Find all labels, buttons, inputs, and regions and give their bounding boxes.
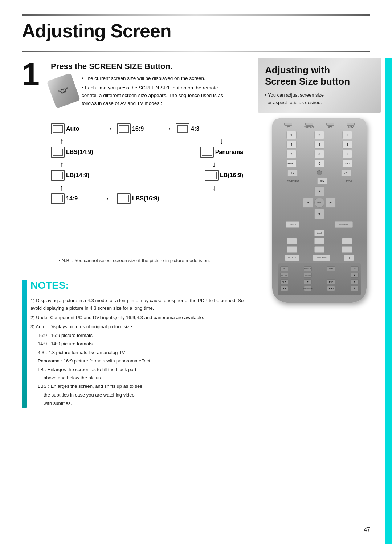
remote-vhs-row1: PR POSITION SWAP PR [280,266,359,271]
pr-up-btn: PR▲ [317,178,327,184]
remote-center-dot [317,170,322,175]
arrow-up-lb149: ↑ [51,160,73,169]
adjusting-box: Adjusting withScreen Size button • You c… [258,58,381,113]
remote-pr-row: COMPONENT PR▲ PC/DVI [278,178,361,184]
corner-mark-bl [7,531,13,537]
corner-mark-tr [379,7,385,13]
cyan-sidebar [385,58,392,544]
vhs-next-btn: ►►| [327,286,335,291]
vhs-prev-btn: |◄◄ [280,286,288,291]
label-169: 16:9 [132,126,144,132]
num-9: 9 [342,150,352,158]
label-43: 4:3 [191,126,199,132]
screen-icon-149 [51,193,65,204]
nav-left: ◄ [303,198,313,208]
num-1: 1 [286,131,297,139]
nb-note: • N.B. : You cannot select screen size i… [51,258,218,263]
notes-content: 1) Displaying a picture in a 4:3 mode fo… [30,297,247,407]
remote-sleep-row: SLEEP [278,230,361,236]
arrow-up-lbs149: ↑ [51,137,73,146]
remote-tv-av-row: TV AV [278,170,361,176]
extra-btn-5 [314,246,324,253]
extra-btn-4 [287,246,297,253]
section-heading: Press the SCREEN SIZE Button. [51,62,172,71]
notes-title: NOTES: [30,280,247,293]
vhs-pr-btn2: PR [351,266,359,271]
num-0: 0 [314,159,324,167]
vhs-pr-up-btn: ▲ [351,273,359,278]
num-2: 2 [314,131,324,139]
label-lbs149: LBS(14:9) [66,149,93,155]
num-4: 4 [286,141,297,149]
num-6: 6 [342,141,352,149]
arrow-down-lb169: ↓ [203,183,225,192]
still-btn: STILL [342,159,352,167]
page-title: Adjusting Screen [22,20,370,42]
mode-vcr: VCR/DVD [305,123,314,128]
vhs-stop-btn: ■ [351,279,359,284]
arrow-up-149: ↑ [51,183,73,192]
sound-mode-btn: SOUND MODE [313,255,330,261]
remote-vhs-row2: S.EFFECT SOURCE ▲ [280,273,359,278]
remote-vhs-row4: |◄◄ OPEN/CLOSE ►►| ⏸ [280,286,359,291]
nav-menu: MENU [314,198,324,208]
num-8: 8 [314,150,324,158]
remote-mode-bar: TV VCR/DVD SAT CATV [278,123,361,128]
vhs-position-btn: POSITION [304,266,312,271]
extra-btn-6 [342,246,352,253]
label-panorama: Panorama [215,149,243,155]
vhs-ff-btn: ►► [327,279,335,284]
screen-size-btn: SCREEN SIZE [335,221,353,228]
arrow-auto-to-169: → [105,124,113,134]
arrow-169-to-43: → [164,124,172,134]
remote-nav-cluster: ▲ ◄ MENU ► ▼ [303,186,336,219]
screen-icon-auto [51,123,65,134]
vhs-play-btn: ► [304,279,312,284]
remote-vhs-row3: ◄◄ ► ►► ■ [280,279,359,284]
screen-icon-lbs169 [117,193,131,204]
extra-btn-3 [342,238,352,244]
remote-extra-row1 [278,238,361,244]
label-lb169: LB(16:9) [220,172,243,179]
remote-control: TV VCR/DVD SAT CATV 1 2 3 4 5 6 7 8 9 RE… [265,118,374,303]
label-lbs169: LBS(16:9) [132,195,159,202]
adjusting-box-text: • You can adjust screen size or aspect r… [265,92,374,107]
adjusting-box-title: Adjusting withScreen Size button [265,65,374,87]
screen-icon-lb169 [205,170,219,181]
header-bar [22,14,370,16]
remote-mode-row: PICT MODE SOUND MODE I-II [278,255,361,261]
pict-mode-btn: PICT MODE [285,255,299,261]
remote-vhs-section: PR POSITION SWAP PR S.EFFECT SOURCE ▲ ◄◄… [278,263,361,295]
vhs-rew-btn: ◄◄ [280,279,288,284]
label-auto: Auto [66,126,79,132]
corner-mark-tl [7,7,13,13]
num-7: 7 [286,150,297,158]
corner-mark-br [379,531,385,537]
av-btn: AV [341,170,351,176]
nav-right: ► [326,198,336,208]
extra-btn-2 [314,238,324,244]
mode-tv: TV [284,123,292,128]
screen-icon-lbs149 [51,147,65,158]
tv-btn: TV [287,170,298,176]
screen-icon-lb149 [51,170,65,181]
step-text: • The current screen size will be displa… [82,74,234,109]
extra-btn-1 [287,238,297,244]
label-lb149: LB(14:9) [66,172,89,179]
nav-down: ▼ [314,209,324,219]
label-149: 14:9 [66,195,78,202]
remote-numpad: 1 2 3 4 5 6 7 8 9 RECALL 0 STILL [278,131,361,167]
left-column: 1 Press the SCREEN SIZE Button. SCREENSI… [22,58,247,526]
remote-prev-screen-row: PREV.PR SCREEN SIZE [278,221,361,228]
remote-body: TV VCR/DVD SAT CATV 1 2 3 4 5 6 7 8 9 RE… [272,118,367,303]
arrow-down-panorama: ↓ [203,160,225,169]
title-divider [22,51,370,52]
vhs-pause-btn: ⏸ [351,286,359,291]
arrow-down-43: ↓ [211,137,232,146]
remote-extra-row2 [278,246,361,253]
vhs-pr-btn: PR [280,266,288,271]
screen-size-button-image: SCREENSIZE [46,73,80,109]
component-label: COMPONENT [287,180,299,182]
sleep-btn: SLEEP [314,230,324,236]
notes-section: NOTES: 1) Displaying a picture in a 4:3 … [22,280,247,408]
